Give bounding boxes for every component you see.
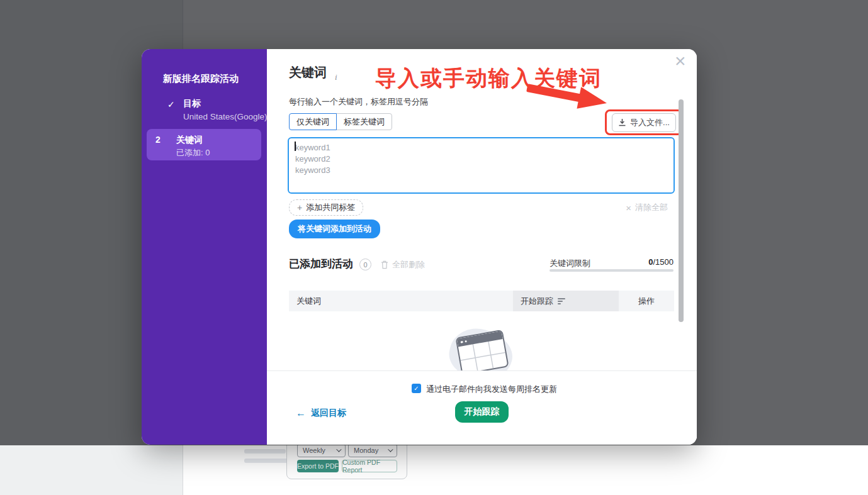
day-select: Monday: [348, 443, 397, 457]
delete-all-button[interactable]: 全部删除: [381, 259, 425, 270]
placeholder-bar: [244, 449, 286, 453]
email-updates-checkbox[interactable]: ✓: [412, 384, 421, 393]
clear-all-label: 清除全部: [635, 202, 668, 213]
wizard-sidebar: 新版排名跟踪活动 ✓ 目标 United States(Google) 2 关键…: [142, 49, 267, 445]
clear-icon: ×: [626, 203, 631, 213]
day-select-value: Monday: [354, 447, 378, 454]
close-button[interactable]: ×: [675, 52, 686, 70]
back-to-goal-link[interactable]: ← 返回目标: [296, 408, 346, 419]
info-icon[interactable]: i: [335, 72, 337, 82]
step-goal-value: United States(Google): [183, 112, 268, 121]
screen: Weekly Monday Export to PDF Custom PDF R…: [0, 0, 868, 495]
modal-footer: ✓ 通过电子邮件向我发送每周排名更新 ← 返回目标 开始跟踪: [267, 370, 697, 445]
added-section-title: 已添加到活动: [289, 257, 353, 271]
step-keywords-label: 关键词: [176, 135, 203, 146]
keyword-mode-tabs: 仅关键词 标签关键词: [289, 113, 392, 130]
column-start-tracking-label: 开始跟踪: [521, 296, 553, 307]
step-goal-label: 目标: [183, 98, 201, 109]
keywords-textarea[interactable]: [288, 137, 675, 194]
wizard-title: 新版排名跟踪活动: [163, 73, 239, 85]
step-keywords-count: 已添加: 0: [176, 147, 210, 159]
input-hint: 每行输入一个关键词，标签用逗号分隔: [289, 96, 428, 108]
step-number: 2: [155, 135, 161, 145]
custom-pdf-report-button: Custom PDF Report: [342, 460, 397, 472]
email-updates-label: 通过电子邮件向我发送每周排名更新: [426, 384, 557, 395]
add-keywords-to-campaign-button[interactable]: 将关键词添加到活动: [289, 220, 380, 238]
chevron-down-icon: [336, 447, 341, 452]
keyword-limit-value: 0/1500: [648, 257, 674, 267]
add-common-tag-button[interactable]: + 添加共同标签: [289, 199, 363, 216]
delete-all-label: 全部删除: [392, 259, 425, 270]
clear-all-button[interactable]: × 清除全部: [626, 202, 668, 213]
keyword-limit-label: 关键词限制: [550, 258, 590, 269]
column-actions: 操作: [619, 291, 674, 311]
keyword-limit-progressbar: [550, 269, 674, 272]
download-icon: [618, 118, 626, 126]
check-icon: ✓: [167, 99, 175, 109]
red-arrow-icon: [525, 82, 612, 112]
plus-icon: +: [297, 203, 302, 213]
tab-tagged-keywords[interactable]: 标签关键词: [336, 113, 392, 130]
frequency-select: Weekly: [297, 443, 346, 457]
scrollbar-thumb[interactable]: [679, 99, 684, 322]
column-keyword: 关键词: [289, 291, 513, 311]
step-keywords[interactable]: 2 关键词 已添加: 0: [147, 129, 261, 160]
page-title: 关键词: [289, 64, 327, 81]
add-common-tag-label: 添加共同标签: [306, 202, 355, 213]
campaign-wizard-modal: 新版排名跟踪活动 ✓ 目标 United States(Google) 2 关键…: [142, 49, 697, 445]
export-to-pdf-button: Export to PDF: [297, 460, 339, 472]
trash-icon: [381, 260, 388, 269]
column-start-tracking[interactable]: 开始跟踪: [513, 291, 619, 311]
frequency-select-value: Weekly: [303, 447, 325, 454]
chevron-down-icon: [388, 447, 393, 452]
keyword-limit-total: /1500: [653, 257, 674, 267]
wizard-content: × 关键词 i 导入或手动输入关键词 每行输入一个关键词，标签用逗号分隔 仅关键…: [267, 49, 697, 445]
back-to-goal-label: 返回目标: [311, 408, 346, 419]
placeholder-bar: [244, 459, 288, 463]
import-file-label: 导入文件...: [630, 117, 670, 128]
import-file-button[interactable]: 导入文件...: [612, 113, 676, 132]
empty-state-illustration: [443, 325, 525, 370]
back-arrow-icon: ←: [296, 408, 306, 419]
text-caret: [295, 142, 296, 151]
start-tracking-button[interactable]: 开始跟踪: [455, 401, 509, 423]
added-count-badge: 0: [359, 259, 371, 270]
sort-icon: [558, 298, 565, 304]
tab-keywords-only[interactable]: 仅关键词: [289, 113, 337, 130]
import-highlight: 导入文件...: [605, 109, 683, 135]
keywords-table-header: 关键词 开始跟踪 操作: [289, 291, 674, 311]
